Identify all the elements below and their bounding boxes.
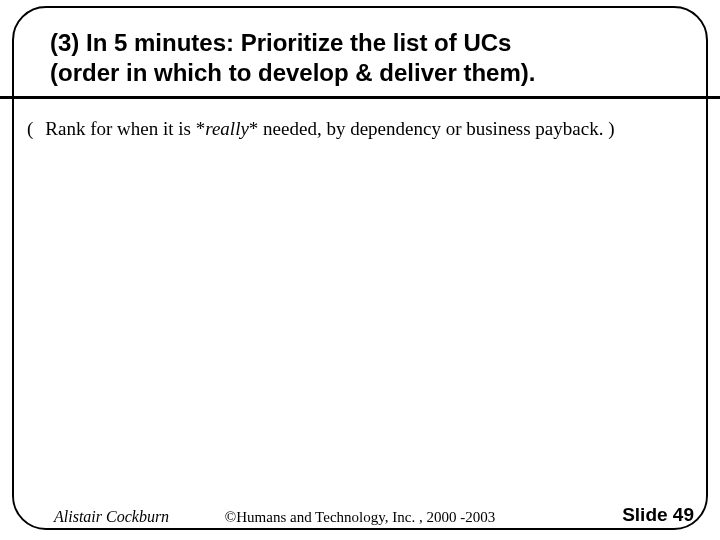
title-line-2: (order in which to develop & deliver the… — [50, 59, 535, 86]
footer-copyright: ©Humans and Technology, Inc. , 2000 -200… — [0, 509, 720, 526]
slide: (3) In 5 minutes: Prioritize the list of… — [0, 0, 720, 540]
body-text: (Rank for when it is *really* needed, by… — [27, 116, 693, 142]
footer-slide-number: Slide 49 — [622, 504, 694, 526]
title-underline — [0, 96, 720, 99]
title-line-1: (3) In 5 minutes: Prioritize the list of… — [50, 29, 511, 56]
footer: Alistair Cockburn ©Humans and Technology… — [0, 502, 720, 526]
body-emph: really — [205, 118, 249, 139]
slide-title: (3) In 5 minutes: Prioritize the list of… — [50, 28, 670, 88]
body-post: * needed, by dependency or business payb… — [249, 118, 615, 139]
body-pre: Rank for when it is * — [45, 118, 205, 139]
open-paren: ( — [27, 118, 33, 139]
